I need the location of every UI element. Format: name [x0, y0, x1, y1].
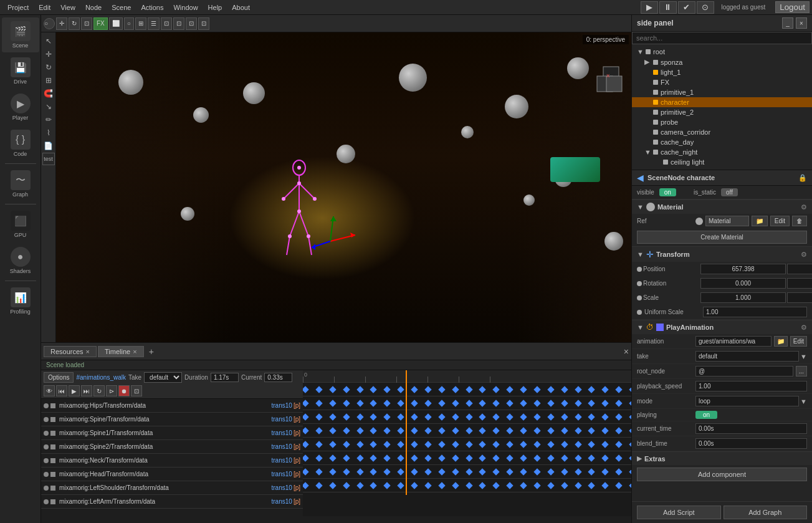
- key-diamond-6-21[interactable]: [588, 468, 595, 475]
- tool-arrow[interactable]: ↖: [42, 35, 55, 47]
- tool-select[interactable]: ↘: [42, 100, 55, 113]
- key-diamond-0-10[interactable]: [438, 386, 445, 393]
- key-diamond-6-2[interactable]: [329, 468, 336, 475]
- key-diamond-2-12[interactable]: [466, 413, 472, 420]
- key-diamond-3-17[interactable]: [533, 427, 540, 434]
- key-diamond-5-8[interactable]: [411, 454, 418, 461]
- key-diamond-1-24[interactable]: [629, 400, 631, 406]
- key-diamond-6-17[interactable]: [533, 468, 540, 475]
- key-diamond-1-3[interactable]: [343, 400, 350, 406]
- tab-resources-close[interactable]: ×: [86, 348, 90, 355]
- key-diamond-4-4[interactable]: [356, 441, 363, 448]
- key-diamond-3-14[interactable]: [493, 427, 500, 434]
- tl-eye-btn[interactable]: 👁: [44, 385, 55, 396]
- sidebar-item-code[interactable]: { } Code: [2, 126, 39, 161]
- key-diamond-4-15[interactable]: [506, 441, 513, 448]
- key-diamond-4-21[interactable]: [588, 441, 595, 448]
- scale-x-input[interactable]: [700, 292, 786, 303]
- key-diamond-4-3[interactable]: [343, 441, 350, 448]
- key-diamond-5-1[interactable]: [315, 454, 322, 461]
- key-diamond-1-12[interactable]: [466, 400, 472, 406]
- key-diamond-7-6[interactable]: [384, 482, 391, 489]
- tl-rew-btn[interactable]: ⏮: [56, 385, 67, 396]
- key-diamond-5-10[interactable]: [438, 454, 445, 461]
- tl-fwd-btn[interactable]: ⏭: [81, 385, 92, 396]
- key-diamond-2-0[interactable]: [303, 413, 309, 420]
- key-diamond-5-11[interactable]: [452, 454, 459, 461]
- tool-doc[interactable]: 📄: [42, 140, 55, 152]
- duration-input[interactable]: [211, 373, 239, 382]
- key-diamond-4-20[interactable]: [575, 441, 581, 448]
- key-diamond-1-18[interactable]: [547, 400, 554, 406]
- key-diamond-4-23[interactable]: [615, 441, 622, 448]
- key-diamond-2-15[interactable]: [506, 413, 513, 420]
- transform-section-header[interactable]: ▼ ✛ Transform ⚙: [632, 247, 812, 262]
- tree-item-prim2[interactable]: primitive_2: [632, 107, 812, 117]
- key-diamond-7-19[interactable]: [561, 482, 568, 489]
- key-diamond-0-17[interactable]: [533, 386, 540, 393]
- tl-fit-btn[interactable]: ⊡: [131, 385, 142, 396]
- key-diamond-0-21[interactable]: [588, 386, 595, 393]
- key-diamond-5-12[interactable]: [466, 454, 472, 461]
- key-diamond-7-8[interactable]: [411, 482, 418, 489]
- key-diamond-3-24[interactable]: [629, 427, 631, 434]
- key-diamond-4-16[interactable]: [520, 441, 527, 448]
- key-diamond-7-15[interactable]: [506, 482, 513, 489]
- tl-step-btn[interactable]: ⊳: [106, 385, 117, 396]
- key-diamond-0-18[interactable]: [547, 386, 554, 393]
- key-diamond-7-1[interactable]: [315, 482, 322, 489]
- key-diamond-7-23[interactable]: [615, 482, 622, 489]
- key-diamond-3-18[interactable]: [547, 427, 554, 434]
- anim-blendtime-input[interactable]: [695, 438, 807, 449]
- material-gear-icon[interactable]: ⚙: [801, 203, 807, 211]
- key-diamond-6-22[interactable]: [602, 468, 609, 475]
- vp-circle-btn[interactable]: ○: [44, 18, 55, 29]
- take-select[interactable]: default: [144, 372, 182, 383]
- scale-y-input[interactable]: [787, 292, 812, 303]
- play-animation-header[interactable]: ▼ ⏱ PlayAnimation ⚙: [632, 320, 812, 334]
- vp-scale-btn[interactable]: ⊡: [81, 17, 92, 30]
- key-diamond-5-24[interactable]: [629, 454, 631, 461]
- key-diamond-4-2[interactable]: [329, 441, 336, 448]
- key-diamond-6-14[interactable]: [493, 468, 500, 475]
- key-diamond-7-0[interactable]: [303, 482, 309, 489]
- key-diamond-3-19[interactable]: [561, 427, 568, 434]
- key-diamond-6-16[interactable]: [520, 468, 527, 475]
- vp-list-btn[interactable]: ☰: [148, 17, 160, 30]
- tool-test[interactable]: test: [42, 153, 55, 165]
- key-diamond-0-13[interactable]: [479, 386, 486, 393]
- rot-x-input[interactable]: [700, 278, 786, 289]
- transform-gear-icon[interactable]: ⚙: [801, 251, 807, 259]
- tool-brush[interactable]: ⌇: [42, 127, 55, 139]
- tool-paint[interactable]: ✏: [42, 113, 55, 126]
- vp-cam2-btn[interactable]: ⊡: [186, 17, 197, 30]
- key-diamond-6-8[interactable]: [411, 468, 418, 475]
- key-diamond-2-16[interactable]: [520, 413, 527, 420]
- key-diamond-1-2[interactable]: [329, 400, 336, 406]
- key-diamond-7-22[interactable]: [602, 482, 609, 489]
- key-diamond-4-6[interactable]: [384, 441, 391, 448]
- key-diamond-0-6[interactable]: [384, 386, 391, 393]
- key-diamond-0-5[interactable]: [370, 386, 377, 393]
- key-diamond-1-20[interactable]: [575, 400, 581, 406]
- key-diamond-3-13[interactable]: [479, 427, 486, 434]
- tl-loop-btn[interactable]: ↻: [93, 385, 105, 396]
- key-diamond-4-10[interactable]: [438, 441, 445, 448]
- menu-help[interactable]: Help: [203, 4, 227, 11]
- vp-box-btn[interactable]: ⬜: [109, 17, 123, 30]
- material-section-header[interactable]: ▼ Material ⚙: [632, 200, 812, 214]
- key-diamond-0-12[interactable]: [466, 386, 472, 393]
- vp-snap-btn[interactable]: ⊡: [161, 17, 172, 30]
- sidebar-item-scene[interactable]: 🎬 Scene: [2, 17, 39, 52]
- key-diamond-0-16[interactable]: [520, 386, 527, 393]
- tool-magnet[interactable]: 🧲: [42, 87, 55, 100]
- key-diamond-3-10[interactable]: [438, 427, 445, 434]
- key-diamond-2-13[interactable]: [479, 413, 486, 420]
- key-diamond-3-5[interactable]: [370, 427, 377, 434]
- anim-edit-btn[interactable]: Edit: [790, 336, 807, 347]
- key-diamond-3-11[interactable]: [452, 427, 459, 434]
- key-diamond-5-16[interactable]: [520, 454, 527, 461]
- key-diamond-6-15[interactable]: [506, 468, 513, 475]
- key-diamond-7-9[interactable]: [424, 482, 431, 489]
- key-diamond-7-12[interactable]: [466, 482, 472, 489]
